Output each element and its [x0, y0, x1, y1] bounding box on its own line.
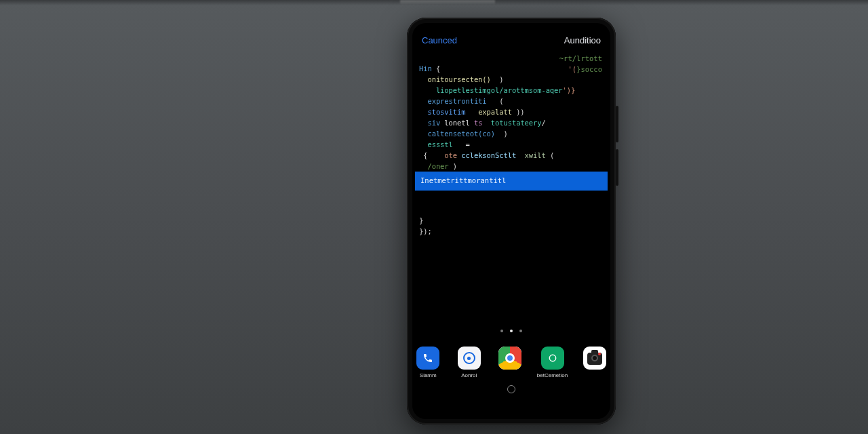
header-back-label[interactable]: Caunced	[422, 35, 457, 45]
volume-up-button[interactable]	[616, 106, 618, 142]
code-path-hint: ~rt/lrtott	[559, 54, 602, 62]
code-token: )	[503, 130, 507, 138]
code-token: caltenseteot(co)	[427, 130, 495, 138]
volume-down-button[interactable]	[616, 149, 618, 186]
code-token: siv	[427, 119, 440, 127]
code-token: ote	[444, 151, 457, 159]
dock-app-phone[interactable]: Slamm	[415, 347, 441, 378]
code-right-fragment: '(}socco	[568, 65, 602, 73]
code-token: ts	[474, 119, 482, 127]
camera-icon	[583, 347, 606, 370]
code-token: )	[453, 162, 457, 170]
code-token: {	[423, 151, 427, 159]
code-token: )	[499, 75, 503, 83]
page-dot-active	[510, 330, 513, 332]
code-editor-tail[interactable]: } });	[415, 191, 608, 237]
dock-label: Aonrol	[461, 372, 477, 378]
code-highlighted-line[interactable]: Inetmetrittmorantitl	[415, 172, 608, 191]
dock-label: betCemetion	[537, 372, 568, 378]
svg-point-0	[549, 355, 555, 361]
code-token: }	[419, 216, 423, 224]
code-token: /	[542, 119, 546, 127]
chrome-icon	[498, 347, 521, 370]
page-dot	[500, 330, 503, 332]
code-token: });	[419, 227, 432, 235]
dock-label: Slamm	[420, 372, 437, 378]
code-token: ))	[516, 108, 524, 116]
code-token: /oner	[427, 162, 448, 170]
code-token: (	[550, 151, 554, 159]
code-token: ')}	[563, 86, 576, 94]
code-token: (	[499, 97, 503, 105]
page-dot	[519, 330, 522, 332]
phone-icon	[416, 347, 439, 370]
code-token: =	[465, 140, 469, 149]
code-token: Hin	[419, 64, 432, 73]
dock-app-camera[interactable]	[582, 347, 608, 378]
messages-icon	[541, 347, 564, 370]
code-token: essstl	[427, 140, 452, 149]
code-token: ccleksonSctlt	[461, 151, 516, 159]
home-button[interactable]	[507, 385, 515, 393]
code-token: expalatt	[478, 108, 512, 116]
header-title: Aunditioo	[564, 35, 601, 45]
code-token: lonetl	[444, 119, 469, 127]
code-highlight-text: Inetmetrittmorantitl	[420, 176, 506, 186]
code-token: exprestrontiti	[427, 97, 486, 105]
phone-screen: Caunced Aunditioo ~rt/lrtott '(}socco Hi…	[415, 24, 608, 407]
code-token: totustateery	[491, 119, 542, 127]
code-token: xwilt	[525, 151, 546, 159]
background-top-glare	[400, 0, 495, 5]
dock-app-messages[interactable]: betCemetion	[538, 347, 567, 378]
code-token: onitoursecten()	[427, 75, 490, 83]
code-token: {	[436, 64, 440, 73]
phone-body: Caunced Aunditioo ~rt/lrtott '(}socco Hi…	[407, 18, 616, 425]
dock-app-chrome[interactable]	[497, 347, 524, 378]
code-token: liopetlestimgol/arottmsom-aqer	[436, 86, 563, 94]
browser-icon	[458, 347, 481, 370]
code-token: stosvitim	[427, 108, 465, 116]
app-header: Caunced Aunditioo	[415, 24, 608, 50]
dock-app-browser[interactable]: Aonrol	[456, 347, 483, 378]
dock: Slamm Aonrol betCemetion	[415, 347, 608, 378]
page-indicator[interactable]	[415, 330, 608, 332]
